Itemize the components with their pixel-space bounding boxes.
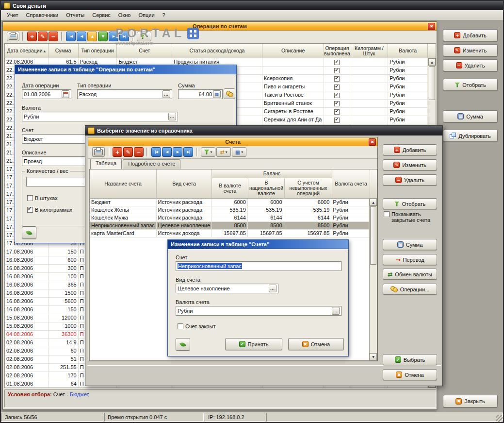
operation-type-input[interactable]: Расход ... — [77, 89, 172, 99]
calendar-button[interactable] — [62, 90, 69, 98]
menu-item-service[interactable]: Сервис — [88, 11, 114, 19]
column-header-with-pending[interactable]: С учетом невыполненных операций — [285, 178, 332, 199]
column-header-account-name[interactable]: Название счета — [90, 169, 157, 199]
nav-next-button[interactable]: ▶ — [173, 147, 182, 157]
menu-item-accounting[interactable]: Учет — [3, 11, 22, 19]
account-currency-input[interactable]: Рубли ... — [176, 306, 341, 316]
vertical-scrollbar[interactable]: ▲ ▼ — [369, 199, 377, 360]
nav-prev-button[interactable]: ◀ — [162, 147, 172, 157]
edit-button[interactable]: ✎ — [38, 32, 48, 41]
column-header-account-kind[interactable]: Вид счета — [157, 169, 212, 199]
kilograms-checkbox[interactable]: В килограммах — [27, 207, 72, 213]
operation-done-checkbox[interactable] — [334, 68, 340, 73]
nav-next-button[interactable]: ▶ — [109, 32, 118, 41]
operations-button[interactable]: Операции... — [383, 284, 437, 295]
accounts-add-button[interactable]: +Добавить — [383, 144, 437, 155]
column-header-date[interactable]: Дата операции▲ — [5, 44, 49, 58]
print-button[interactable] — [92, 147, 105, 157]
filter-button[interactable]: ▼ — [137, 32, 151, 41]
side-duplicate-button[interactable]: Дублировать — [443, 130, 498, 142]
pieces-checkbox[interactable]: В штуках — [27, 195, 58, 201]
sum-input[interactable]: 64.00 ▦ — [178, 89, 223, 99]
menu-item-reports[interactable]: Отчеты — [62, 11, 88, 19]
account-closed-checkbox[interactable]: Счет закрыт — [178, 323, 215, 329]
lookup-button[interactable]: ... — [269, 285, 276, 292]
hint-button[interactable] — [22, 226, 36, 239]
menu-item-help[interactable]: ? — [159, 11, 169, 19]
currency-recalc-button[interactable] — [224, 88, 235, 99]
nav-first-button[interactable]: |◀ — [66, 32, 76, 41]
column-header-account-currency[interactable]: Валюта счета — [332, 169, 370, 199]
lookup-button[interactable]: ... — [163, 90, 170, 98]
operation-done-checkbox[interactable] — [334, 85, 340, 90]
lookup-button[interactable]: ... — [168, 113, 176, 120]
choose-button[interactable]: ✔Выбрать — [383, 354, 437, 365]
currency-exchange-button[interactable]: ⇄Обмен валюты — [383, 269, 437, 280]
quantity-input[interactable] — [26, 177, 85, 186]
nav-last-button[interactable]: ▶| — [119, 32, 129, 41]
accounts-delete-button[interactable]: −Удалить — [383, 174, 437, 186]
nav-up-button[interactable]: ▲ — [87, 32, 97, 41]
account-row[interactable]: Кошелек ЖеныИсточник расхода535.19535.19… — [90, 206, 369, 214]
accounts-edit-button[interactable]: ✎Изменить — [383, 159, 437, 170]
accounts-sum-button[interactable]: ▦Сумма — [383, 239, 437, 250]
transfer-button[interactable]: →Перевод — [383, 254, 437, 265]
print-button[interactable] — [7, 32, 19, 41]
column-header-in-account-currency[interactable]: В валюте счета — [212, 178, 248, 199]
close-window-button[interactable]: ✖Закрыть — [443, 395, 498, 407]
tab-account-details[interactable]: Подробнее о счете — [123, 159, 180, 169]
currency-input[interactable]: Рубли ... — [22, 112, 178, 121]
side-sum-button[interactable]: ▦Сумма — [443, 110, 498, 122]
scroll-thumb[interactable] — [370, 206, 376, 265]
account-row[interactable]: карта MasterCardИсточник дохода15697.851… — [90, 230, 369, 237]
side-add-button[interactable]: +Добавить — [443, 29, 498, 41]
close-icon[interactable]: ✖ — [369, 138, 376, 146]
column-header-done[interactable]: Операция выполнена — [324, 44, 350, 58]
filter-menu-button[interactable]: ▼ — [201, 147, 215, 157]
delete-button[interactable]: − — [134, 147, 144, 157]
add-button[interactable]: + — [113, 147, 122, 157]
account-name-input[interactable]: Неприкосновенный запас — [176, 261, 341, 271]
column-header-account[interactable]: Счет — [117, 44, 172, 58]
operation-done-checkbox[interactable] — [334, 101, 340, 106]
operation-done-checkbox[interactable] — [334, 109, 340, 115]
calculator-button[interactable]: ▦ — [213, 90, 221, 98]
date-input[interactable]: 01.08.2006 — [22, 89, 71, 99]
menu-item-references[interactable]: Справочники — [22, 11, 63, 19]
side-filter-button[interactable]: Отобрать — [443, 79, 498, 91]
column-header-in-national-currency[interactable]: В национальной валюте — [248, 178, 285, 199]
menu-item-window[interactable]: Окно — [114, 11, 135, 19]
scroll-thumb[interactable] — [429, 66, 435, 100]
column-header-description[interactable]: Описание — [262, 44, 325, 58]
resize-grip[interactable] — [496, 415, 503, 422]
close-icon[interactable]: ✖ — [428, 23, 435, 30]
scroll-up-icon[interactable]: ▲ — [370, 199, 377, 206]
add-button[interactable]: + — [27, 32, 37, 41]
operation-done-checkbox[interactable] — [334, 118, 340, 123]
cancel-button[interactable]: ✖Отмена — [383, 369, 437, 380]
column-header-currency[interactable]: Валюта — [388, 44, 428, 58]
delete-button[interactable]: − — [49, 32, 58, 41]
column-header-category[interactable]: Статья расхода/дохода — [172, 44, 262, 58]
column-header-kg[interactable]: Килограмм / Штук — [350, 44, 388, 58]
transfer-menu-button[interactable]: ⇄▼ — [216, 147, 231, 157]
accept-button[interactable]: ✔Принять — [225, 338, 282, 350]
column-header-type[interactable]: Тип операции — [79, 44, 117, 58]
view-menu-button[interactable]: ▦▼ — [232, 147, 246, 157]
operation-done-checkbox[interactable] — [334, 93, 340, 98]
accounts-filter-button[interactable]: Отобрать — [383, 198, 437, 209]
column-header-sum[interactable]: Сумма — [49, 44, 79, 58]
filter-value[interactable]: Бюджет — [70, 391, 89, 397]
menu-item-options[interactable]: Опции — [134, 11, 158, 19]
cancel-button[interactable]: ✖Отмена — [288, 338, 344, 350]
account-kind-input[interactable]: Целевое накопление ... — [176, 284, 278, 293]
operation-done-checkbox[interactable] — [334, 60, 340, 65]
nav-down-button[interactable]: ▼ — [98, 32, 108, 41]
side-delete-button[interactable]: −Удалить — [443, 59, 498, 71]
lookup-button[interactable]: ... — [332, 307, 340, 315]
side-edit-button[interactable]: ✎Изменить — [443, 44, 498, 56]
edit-button[interactable]: ✎ — [123, 147, 133, 157]
nav-first-button[interactable]: |◀ — [151, 147, 161, 157]
scroll-up-icon[interactable]: ▲ — [428, 58, 436, 66]
nav-prev-button[interactable]: ◀ — [77, 32, 86, 41]
